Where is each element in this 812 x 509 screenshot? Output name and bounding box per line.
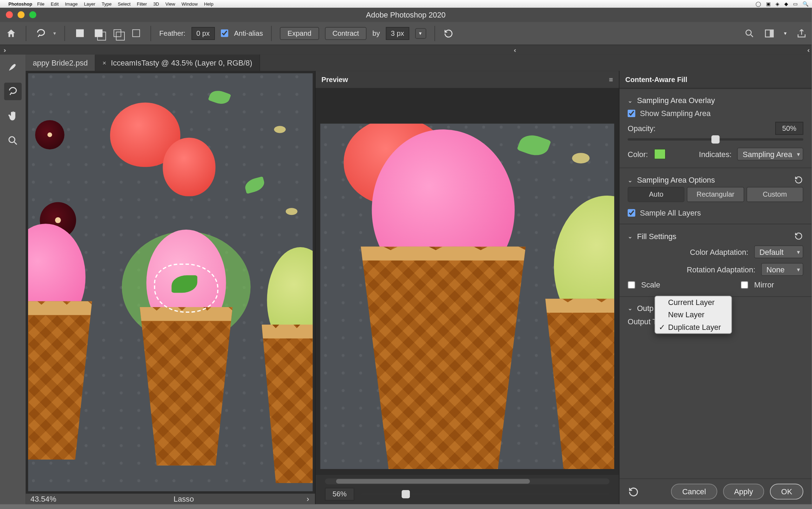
menu-view[interactable]: View	[165, 1, 175, 7]
svg-point-3	[9, 137, 15, 143]
expand-button[interactable]: Expand	[280, 27, 319, 40]
window-close-button[interactable]	[6, 11, 13, 18]
preview-hscrollbar[interactable]	[325, 479, 610, 484]
hand-tool-icon[interactable]	[4, 107, 22, 125]
doc-tab-inactive[interactable]: appy Bride2.psd	[26, 55, 95, 71]
rotation-adapt-label: Rotation Adaptation:	[687, 265, 756, 274]
preview-canvas[interactable]	[316, 88, 619, 475]
menu-item-duplicate-layer[interactable]: Duplicate Layer	[655, 321, 732, 333]
preview-zoom-input[interactable]	[325, 488, 354, 501]
show-sampling-area-checkbox[interactable]	[628, 110, 635, 117]
chevron-down-icon: ⌄	[628, 233, 632, 239]
antialias-checkbox[interactable]	[221, 29, 228, 37]
cancel-button[interactable]: Cancel	[671, 484, 717, 500]
close-tab-icon[interactable]: ×	[102, 59, 106, 66]
menu-select[interactable]: Select	[118, 1, 130, 7]
zoom-readout[interactable]: 43.54%	[26, 495, 67, 503]
share-icon[interactable]	[796, 28, 807, 39]
cc-cloud-icon[interactable]: ◯	[756, 1, 761, 7]
document-column: appy Bride2.psd × IcceamIsTasty @ 43.5% …	[26, 55, 811, 504]
menu-image[interactable]: Image	[65, 1, 77, 7]
feather-input[interactable]	[191, 27, 215, 40]
reset-all-icon[interactable]	[628, 486, 639, 497]
menu-item-current-layer[interactable]: Current Layer	[655, 296, 732, 308]
menu-help[interactable]: Help	[204, 1, 214, 7]
menubar-icon-4[interactable]: ▭	[793, 1, 798, 7]
selection-add-icon[interactable]	[92, 27, 105, 40]
menu-filter[interactable]: Filter	[137, 1, 147, 7]
spotlight-icon[interactable]: 🔍	[803, 1, 808, 7]
doc-tab-active[interactable]: × IcceamIsTasty @ 43.5% (Layer 0, RGB/8)	[95, 55, 260, 71]
by-input[interactable]	[386, 27, 409, 40]
menu-type[interactable]: Type	[102, 1, 111, 7]
by-dropdown-chevron-icon[interactable]: ▾	[415, 28, 426, 39]
preview-panel-header: Preview ≡	[316, 71, 619, 88]
scale-checkbox[interactable]	[628, 281, 635, 289]
reset-tool-icon[interactable]	[443, 28, 454, 39]
menu-item-new-layer[interactable]: New Layer	[655, 308, 732, 321]
lasso-tool-icon[interactable]	[4, 83, 22, 100]
search-icon[interactable]	[744, 28, 755, 39]
doc-tab-label: IcceamIsTasty @ 43.5% (Layer 0, RGB/8)	[111, 58, 252, 67]
window-zoom-button[interactable]	[29, 11, 36, 18]
separator	[26, 26, 26, 41]
reset-section-icon[interactable]	[794, 175, 804, 185]
antialias-label: Anti-alias	[234, 29, 263, 37]
home-button[interactable]	[5, 27, 18, 40]
mirror-label: Mirror	[754, 280, 774, 289]
menu-window[interactable]: Window	[182, 1, 198, 7]
seg-auto[interactable]: Auto	[628, 187, 685, 202]
workspace-switcher-icon[interactable]	[764, 28, 774, 39]
menu-3d[interactable]: 3D	[153, 1, 159, 7]
sample-all-layers-checkbox[interactable]	[628, 209, 635, 217]
selection-subtract-icon[interactable]	[111, 27, 124, 40]
strawberry-icon	[163, 138, 215, 196]
collapse-right-chevron-icon[interactable]: ‹‹	[807, 46, 808, 53]
inspector-title: Content-Aware Fill	[625, 75, 688, 83]
mcafee-shield-icon[interactable]: ◈	[776, 1, 779, 7]
section-header[interactable]: ⌄ Sampling Area Overlay	[628, 94, 803, 107]
menu-layer[interactable]: Layer	[84, 1, 95, 7]
source-canvas[interactable]	[26, 71, 315, 494]
output-to-dropdown-menu: Current Layer New Layer Duplicate Layer	[655, 296, 732, 334]
zoom-tool-icon[interactable]	[4, 132, 22, 149]
expand-left-chevron-icon[interactable]: ››	[4, 46, 4, 53]
opacity-input[interactable]	[775, 122, 803, 135]
by-label: by	[372, 29, 380, 37]
sampling-brush-tool-icon[interactable]	[4, 58, 22, 76]
selection-new-icon[interactable]	[73, 27, 86, 40]
panel-menu-icon[interactable]: ≡	[609, 75, 613, 83]
window-minimize-button[interactable]	[18, 11, 25, 18]
collapse-mid-chevron-icon[interactable]: ‹‹	[514, 46, 514, 53]
window-title: Adobe Photoshop 2020	[0, 11, 812, 19]
statusbar-chevron-icon[interactable]: ›	[301, 495, 315, 503]
photoshop-window: Adobe Photoshop 2020 ▾ Feather: Anti-ali…	[0, 8, 812, 504]
active-tool-lasso-icon[interactable]	[35, 27, 48, 40]
workspace-chevron-icon[interactable]: ▾	[784, 30, 787, 36]
mac-menubar: Photoshop File Edit Image Layer Type Sel…	[0, 0, 812, 8]
selection-intersect-icon[interactable]	[129, 27, 142, 40]
seg-custom[interactable]: Custom	[746, 187, 804, 202]
section-header[interactable]: ⌄ Sampling Area Options	[628, 173, 803, 187]
menu-edit[interactable]: Edit	[51, 1, 59, 7]
ok-button[interactable]: OK	[770, 484, 803, 500]
indicates-select[interactable]: Sampling Area	[737, 148, 803, 161]
color-adapt-select[interactable]: Default	[754, 245, 803, 258]
menu-file[interactable]: File	[37, 1, 45, 7]
seg-rectangular[interactable]: Rectangular	[687, 187, 744, 202]
menubar-app-name[interactable]: Photoshop	[8, 1, 32, 7]
overlay-color-swatch[interactable]	[654, 149, 665, 159]
mirror-checkbox[interactable]	[741, 281, 749, 289]
opacity-slider[interactable]	[628, 138, 803, 141]
section-header[interactable]: ⌄ Fill Settings	[628, 229, 803, 243]
rotation-adapt-select[interactable]: None	[761, 263, 803, 276]
contract-button[interactable]: Contract	[325, 27, 366, 40]
menubar-icon-1[interactable]: ▣	[766, 1, 771, 7]
menubar-icon-3[interactable]: ◆	[784, 1, 788, 7]
main-area: appy Bride2.psd × IcceamIsTasty @ 43.5% …	[0, 55, 812, 504]
tool-dropdown-chevron-icon[interactable]: ▾	[53, 30, 56, 36]
apply-button[interactable]: Apply	[723, 484, 764, 500]
preview-zoom-slider[interactable]	[361, 493, 609, 495]
cherry-icon	[35, 120, 65, 150]
reset-section-icon[interactable]	[794, 231, 804, 241]
